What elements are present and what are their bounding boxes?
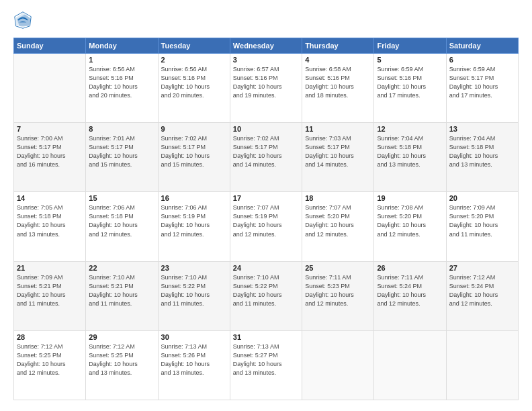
calendar-cell: 19Sunrise: 7:08 AM Sunset: 5:20 PM Dayli… [374,192,446,261]
day-info: Sunrise: 7:06 AM Sunset: 5:18 PM Dayligh… [89,203,154,238]
day-info: Sunrise: 7:13 AM Sunset: 5:26 PM Dayligh… [161,342,227,377]
day-info: Sunrise: 7:12 AM Sunset: 5:24 PM Dayligh… [449,273,515,308]
day-info: Sunrise: 7:07 AM Sunset: 5:20 PM Dayligh… [305,203,371,238]
calendar-week-5: 28Sunrise: 7:12 AM Sunset: 5:25 PM Dayli… [14,330,519,400]
day-info: Sunrise: 7:02 AM Sunset: 5:17 PM Dayligh… [161,134,227,169]
day-number: 10 [233,125,299,133]
day-number: 14 [17,194,83,202]
day-number: 28 [17,333,83,341]
day-info: Sunrise: 7:11 AM Sunset: 5:23 PM Dayligh… [305,273,371,308]
day-number: 3 [233,56,299,64]
calendar-cell: 5Sunrise: 6:59 AM Sunset: 5:16 PM Daylig… [374,54,446,123]
day-number: 4 [305,56,371,64]
day-info: Sunrise: 7:13 AM Sunset: 5:27 PM Dayligh… [233,342,299,377]
calendar-cell: 17Sunrise: 7:07 AM Sunset: 5:19 PM Dayli… [230,192,302,261]
calendar-cell: 4Sunrise: 6:58 AM Sunset: 5:16 PM Daylig… [302,54,374,123]
day-info: Sunrise: 7:05 AM Sunset: 5:18 PM Dayligh… [17,203,83,238]
calendar-cell: 10Sunrise: 7:02 AM Sunset: 5:17 PM Dayli… [230,123,302,192]
calendar-cell [302,330,374,400]
page: SundayMondayTuesdayWednesdayThursdayFrid… [0,0,532,411]
day-number: 22 [89,264,154,272]
day-number: 8 [89,125,154,133]
day-number: 5 [377,56,443,64]
day-number: 11 [305,125,371,133]
calendar-cell: 18Sunrise: 7:07 AM Sunset: 5:20 PM Dayli… [302,192,374,261]
weekday-header-saturday: Saturday [446,38,518,54]
day-number: 25 [305,264,371,272]
day-info: Sunrise: 6:58 AM Sunset: 5:16 PM Dayligh… [305,65,371,100]
calendar-cell: 29Sunrise: 7:12 AM Sunset: 5:25 PM Dayli… [86,330,158,400]
day-info: Sunrise: 6:59 AM Sunset: 5:16 PM Dayligh… [377,65,443,100]
day-number: 26 [377,264,443,272]
day-number: 12 [377,125,443,133]
day-number: 9 [161,125,227,133]
logo-icon [13,11,32,30]
calendar-week-3: 14Sunrise: 7:05 AM Sunset: 5:18 PM Dayli… [14,192,519,261]
day-info: Sunrise: 7:09 AM Sunset: 5:21 PM Dayligh… [17,273,83,308]
day-number: 31 [233,333,299,341]
day-info: Sunrise: 7:12 AM Sunset: 5:25 PM Dayligh… [17,342,83,377]
calendar-table: SundayMondayTuesdayWednesdayThursdayFrid… [13,38,519,400]
weekday-header-friday: Friday [374,38,446,54]
day-info: Sunrise: 7:02 AM Sunset: 5:17 PM Dayligh… [233,134,299,169]
day-info: Sunrise: 7:10 AM Sunset: 5:22 PM Dayligh… [161,273,227,308]
day-info: Sunrise: 7:04 AM Sunset: 5:18 PM Dayligh… [377,134,443,169]
day-info: Sunrise: 7:03 AM Sunset: 5:17 PM Dayligh… [305,134,371,169]
calendar-cell [446,330,518,400]
day-number: 19 [377,194,443,202]
weekday-header-monday: Monday [86,38,158,54]
day-number: 13 [449,125,515,133]
day-number: 18 [305,194,371,202]
header [13,11,519,30]
day-number: 7 [17,125,83,133]
calendar-cell: 14Sunrise: 7:05 AM Sunset: 5:18 PM Dayli… [14,192,86,261]
calendar-cell: 2Sunrise: 6:56 AM Sunset: 5:16 PM Daylig… [158,54,230,123]
day-number: 30 [161,333,227,341]
day-info: Sunrise: 6:56 AM Sunset: 5:16 PM Dayligh… [161,65,227,100]
calendar-cell: 24Sunrise: 7:10 AM Sunset: 5:22 PM Dayli… [230,261,302,330]
calendar-cell: 31Sunrise: 7:13 AM Sunset: 5:27 PM Dayli… [230,330,302,400]
calendar-cell: 8Sunrise: 7:01 AM Sunset: 5:17 PM Daylig… [86,123,158,192]
day-info: Sunrise: 7:00 AM Sunset: 5:17 PM Dayligh… [17,134,83,169]
day-number: 2 [161,56,227,64]
day-number: 27 [449,264,515,272]
day-number: 21 [17,264,83,272]
calendar-cell: 9Sunrise: 7:02 AM Sunset: 5:17 PM Daylig… [158,123,230,192]
calendar-header-row: SundayMondayTuesdayWednesdayThursdayFrid… [14,38,519,54]
calendar-cell: 3Sunrise: 6:57 AM Sunset: 5:16 PM Daylig… [230,54,302,123]
calendar-cell [14,54,86,123]
calendar-cell: 30Sunrise: 7:13 AM Sunset: 5:26 PM Dayli… [158,330,230,400]
calendar-cell: 6Sunrise: 6:59 AM Sunset: 5:17 PM Daylig… [446,54,518,123]
day-info: Sunrise: 7:10 AM Sunset: 5:22 PM Dayligh… [233,273,299,308]
day-number: 17 [233,194,299,202]
day-info: Sunrise: 7:09 AM Sunset: 5:20 PM Dayligh… [449,203,515,238]
calendar-cell: 12Sunrise: 7:04 AM Sunset: 5:18 PM Dayli… [374,123,446,192]
calendar-cell: 22Sunrise: 7:10 AM Sunset: 5:21 PM Dayli… [86,261,158,330]
calendar-cell: 25Sunrise: 7:11 AM Sunset: 5:23 PM Dayli… [302,261,374,330]
day-info: Sunrise: 7:08 AM Sunset: 5:20 PM Dayligh… [377,203,443,238]
calendar-week-4: 21Sunrise: 7:09 AM Sunset: 5:21 PM Dayli… [14,261,519,330]
day-info: Sunrise: 7:06 AM Sunset: 5:19 PM Dayligh… [161,203,227,238]
day-number: 24 [233,264,299,272]
day-info: Sunrise: 6:59 AM Sunset: 5:17 PM Dayligh… [449,65,515,100]
weekday-header-sunday: Sunday [14,38,86,54]
day-info: Sunrise: 6:56 AM Sunset: 5:16 PM Dayligh… [89,65,154,100]
calendar-cell [374,330,446,400]
calendar-cell: 16Sunrise: 7:06 AM Sunset: 5:19 PM Dayli… [158,192,230,261]
calendar-cell: 1Sunrise: 6:56 AM Sunset: 5:16 PM Daylig… [86,54,158,123]
day-number: 16 [161,194,227,202]
calendar-cell: 23Sunrise: 7:10 AM Sunset: 5:22 PM Dayli… [158,261,230,330]
calendar-cell: 21Sunrise: 7:09 AM Sunset: 5:21 PM Dayli… [14,261,86,330]
day-info: Sunrise: 7:12 AM Sunset: 5:25 PM Dayligh… [89,342,154,377]
day-info: Sunrise: 6:57 AM Sunset: 5:16 PM Dayligh… [233,65,299,100]
calendar-cell: 13Sunrise: 7:04 AM Sunset: 5:18 PM Dayli… [446,123,518,192]
day-info: Sunrise: 7:01 AM Sunset: 5:17 PM Dayligh… [89,134,154,169]
day-number: 23 [161,264,227,272]
day-number: 1 [89,56,154,64]
calendar-week-1: 1Sunrise: 6:56 AM Sunset: 5:16 PM Daylig… [14,54,519,123]
weekday-header-tuesday: Tuesday [158,38,230,54]
day-number: 15 [89,194,154,202]
day-info: Sunrise: 7:10 AM Sunset: 5:21 PM Dayligh… [89,273,154,308]
weekday-header-thursday: Thursday [302,38,374,54]
weekday-header-wednesday: Wednesday [230,38,302,54]
